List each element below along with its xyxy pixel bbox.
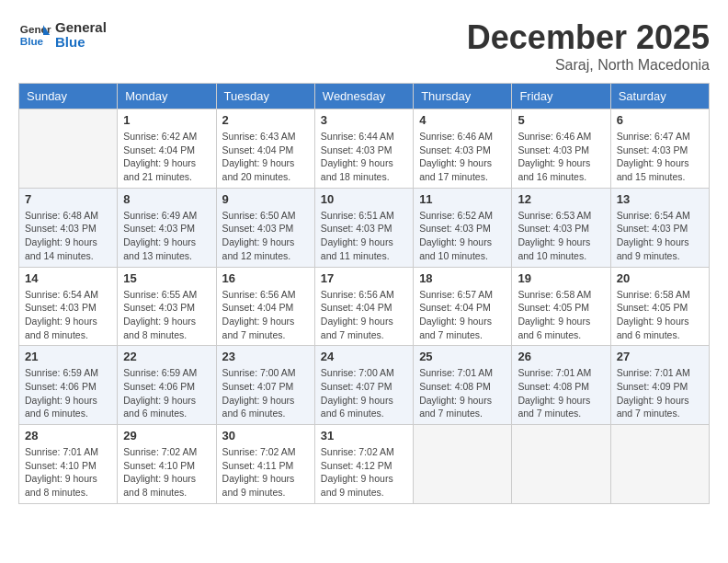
calendar-week-row: 7Sunrise: 6:48 AMSunset: 4:03 PMDaylight… [19, 188, 710, 267]
calendar-cell: 13Sunrise: 6:54 AMSunset: 4:03 PMDayligh… [610, 188, 709, 267]
day-number: 19 [518, 271, 604, 285]
calendar-cell: 19Sunrise: 6:58 AMSunset: 4:05 PMDayligh… [512, 267, 610, 346]
day-info: Sunrise: 6:52 AMSunset: 4:03 PMDaylight:… [419, 209, 506, 263]
calendar-cell: 31Sunrise: 7:02 AMSunset: 4:12 PMDayligh… [314, 425, 413, 504]
day-number: 25 [419, 350, 506, 363]
weekday-header-row: SundayMondayTuesdayWednesdayThursdayFrid… [19, 84, 710, 109]
day-info: Sunrise: 6:57 AMSunset: 4:04 PMDaylight:… [419, 288, 506, 342]
day-number: 13 [617, 192, 703, 206]
calendar-cell: 27Sunrise: 7:01 AMSunset: 4:09 PMDayligh… [610, 346, 709, 425]
day-info: Sunrise: 6:54 AMSunset: 4:03 PMDaylight:… [617, 209, 703, 263]
weekday-header-sunday: Sunday [19, 84, 118, 109]
calendar-cell: 16Sunrise: 6:56 AMSunset: 4:04 PMDayligh… [216, 267, 314, 346]
calendar-week-row: 28Sunrise: 7:01 AMSunset: 4:10 PMDayligh… [19, 425, 710, 504]
calendar-cell: 5Sunrise: 6:46 AMSunset: 4:03 PMDaylight… [512, 109, 610, 189]
calendar-cell [512, 425, 610, 504]
calendar-week-row: 14Sunrise: 6:54 AMSunset: 4:03 PMDayligh… [19, 267, 710, 346]
day-number: 20 [617, 271, 703, 285]
day-number: 27 [617, 350, 703, 363]
calendar-week-row: 21Sunrise: 6:59 AMSunset: 4:06 PMDayligh… [19, 346, 710, 425]
weekday-header-saturday: Saturday [610, 84, 709, 109]
calendar-cell: 2Sunrise: 6:43 AMSunset: 4:04 PMDaylight… [216, 109, 314, 189]
day-info: Sunrise: 6:48 AMSunset: 4:03 PMDaylight:… [25, 209, 111, 263]
day-info: Sunrise: 7:02 AMSunset: 4:12 PMDaylight:… [321, 445, 407, 500]
day-number: 8 [123, 192, 210, 206]
day-info: Sunrise: 6:56 AMSunset: 4:04 PMDaylight:… [321, 288, 407, 342]
day-info: Sunrise: 7:00 AMSunset: 4:07 PMDaylight:… [222, 366, 309, 420]
day-info: Sunrise: 6:58 AMSunset: 4:05 PMDaylight:… [518, 288, 604, 342]
day-number: 28 [25, 429, 111, 442]
calendar: SundayMondayTuesdayWednesdayThursdayFrid… [18, 83, 710, 504]
day-number: 10 [321, 192, 407, 206]
calendar-cell: 22Sunrise: 6:59 AMSunset: 4:06 PMDayligh… [118, 346, 216, 425]
day-info: Sunrise: 7:00 AMSunset: 4:07 PMDaylight:… [321, 366, 407, 420]
day-number: 17 [321, 271, 407, 285]
calendar-cell: 15Sunrise: 6:55 AMSunset: 4:03 PMDayligh… [118, 267, 216, 346]
weekday-header-monday: Monday [118, 84, 216, 109]
location-subtitle: Saraj, North Macedonia [467, 57, 710, 74]
day-info: Sunrise: 6:46 AMSunset: 4:03 PMDaylight:… [518, 130, 604, 184]
title-area: December 2025 Saraj, North Macedonia [467, 18, 710, 74]
calendar-cell: 17Sunrise: 6:56 AMSunset: 4:04 PMDayligh… [314, 267, 413, 346]
day-number: 31 [321, 429, 407, 442]
day-info: Sunrise: 6:51 AMSunset: 4:03 PMDaylight:… [321, 209, 407, 263]
day-number: 9 [222, 192, 309, 206]
day-number: 5 [518, 113, 604, 127]
calendar-cell: 7Sunrise: 6:48 AMSunset: 4:03 PMDaylight… [19, 188, 118, 267]
day-info: Sunrise: 6:43 AMSunset: 4:04 PMDaylight:… [222, 130, 309, 184]
day-info: Sunrise: 6:55 AMSunset: 4:03 PMDaylight:… [123, 288, 210, 342]
day-info: Sunrise: 6:58 AMSunset: 4:05 PMDaylight:… [617, 288, 703, 342]
logo-blue: Blue [55, 35, 107, 51]
calendar-cell: 4Sunrise: 6:46 AMSunset: 4:03 PMDaylight… [414, 109, 512, 189]
month-title: December 2025 [467, 18, 710, 57]
day-number: 24 [321, 350, 407, 363]
logo: General Blue General Blue [18, 18, 107, 52]
day-info: Sunrise: 7:01 AMSunset: 4:09 PMDaylight:… [617, 366, 703, 420]
svg-text:Blue: Blue [20, 35, 44, 47]
day-number: 21 [25, 350, 111, 363]
day-info: Sunrise: 6:42 AMSunset: 4:04 PMDaylight:… [123, 130, 210, 184]
day-number: 18 [419, 271, 506, 285]
day-number: 2 [222, 113, 309, 127]
day-number: 11 [419, 192, 506, 206]
logo-general: General [55, 20, 107, 36]
calendar-cell: 23Sunrise: 7:00 AMSunset: 4:07 PMDayligh… [216, 346, 314, 425]
day-number: 14 [25, 271, 111, 285]
calendar-cell: 11Sunrise: 6:52 AMSunset: 4:03 PMDayligh… [414, 188, 512, 267]
calendar-cell: 3Sunrise: 6:44 AMSunset: 4:03 PMDaylight… [314, 109, 413, 189]
logo-icon: General Blue [18, 18, 51, 52]
calendar-week-row: 1Sunrise: 6:42 AMSunset: 4:04 PMDaylight… [19, 109, 710, 189]
calendar-cell: 14Sunrise: 6:54 AMSunset: 4:03 PMDayligh… [19, 267, 118, 346]
day-number: 29 [123, 429, 210, 442]
calendar-cell: 24Sunrise: 7:00 AMSunset: 4:07 PMDayligh… [314, 346, 413, 425]
day-info: Sunrise: 6:59 AMSunset: 4:06 PMDaylight:… [25, 366, 111, 420]
day-number: 1 [123, 113, 210, 127]
weekday-header-wednesday: Wednesday [314, 84, 413, 109]
calendar-cell: 1Sunrise: 6:42 AMSunset: 4:04 PMDaylight… [118, 109, 216, 189]
day-info: Sunrise: 6:50 AMSunset: 4:03 PMDaylight:… [222, 209, 309, 263]
weekday-header-tuesday: Tuesday [216, 84, 314, 109]
day-info: Sunrise: 6:56 AMSunset: 4:04 PMDaylight:… [222, 288, 309, 342]
day-info: Sunrise: 7:02 AMSunset: 4:10 PMDaylight:… [123, 445, 210, 500]
calendar-cell: 6Sunrise: 6:47 AMSunset: 4:03 PMDaylight… [610, 109, 709, 189]
calendar-cell: 26Sunrise: 7:01 AMSunset: 4:08 PMDayligh… [512, 346, 610, 425]
calendar-cell [610, 425, 709, 504]
day-number: 6 [617, 113, 703, 127]
day-info: Sunrise: 7:02 AMSunset: 4:11 PMDaylight:… [222, 445, 309, 500]
day-info: Sunrise: 6:54 AMSunset: 4:03 PMDaylight:… [25, 288, 111, 342]
day-info: Sunrise: 6:49 AMSunset: 4:03 PMDaylight:… [123, 209, 210, 263]
day-number: 16 [222, 271, 309, 285]
day-info: Sunrise: 6:46 AMSunset: 4:03 PMDaylight:… [419, 130, 506, 184]
calendar-cell: 29Sunrise: 7:02 AMSunset: 4:10 PMDayligh… [118, 425, 216, 504]
day-info: Sunrise: 6:53 AMSunset: 4:03 PMDaylight:… [518, 209, 604, 263]
calendar-cell: 18Sunrise: 6:57 AMSunset: 4:04 PMDayligh… [414, 267, 512, 346]
header: General Blue General Blue December 2025 … [18, 18, 710, 74]
day-info: Sunrise: 7:01 AMSunset: 4:08 PMDaylight:… [419, 366, 506, 420]
calendar-cell: 30Sunrise: 7:02 AMSunset: 4:11 PMDayligh… [216, 425, 314, 504]
calendar-cell: 12Sunrise: 6:53 AMSunset: 4:03 PMDayligh… [512, 188, 610, 267]
day-number: 3 [321, 113, 407, 127]
day-number: 7 [25, 192, 111, 206]
weekday-header-thursday: Thursday [414, 84, 512, 109]
day-number: 23 [222, 350, 309, 363]
calendar-cell [19, 109, 118, 189]
